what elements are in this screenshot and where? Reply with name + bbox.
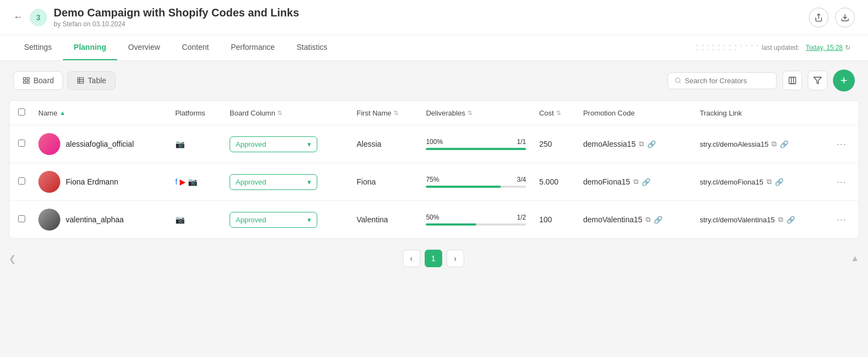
tracking-link-cell: stry.cl/demoFiona15 ⧉ 🔗 [693,163,830,201]
select-all-checkbox[interactable] [18,108,25,116]
search-input[interactable] [685,77,770,85]
promo-code-cell: demoValentina15 ⧉ 🔗 [576,201,693,239]
promo-link-button[interactable]: 🔗 [647,140,656,148]
tracking-link-cell: stry.cl/demoValentina15 ⧉ 🔗 [693,201,830,239]
tab-statistics[interactable]: Statistics [285,35,338,60]
th-name: Name ▲ [32,101,169,125]
creators-table: Name ▲ Platforms Board Column ⇅ First [9,101,859,238]
table-icon [77,77,84,84]
tab-planning[interactable]: Planning [63,35,117,60]
tracking-link-button[interactable]: 🔗 [786,216,795,224]
promo-copy-button[interactable]: ⧉ [646,215,650,224]
columns-toggle-button[interactable] [783,71,802,90]
tracking-link-button[interactable]: 🔗 [775,178,784,186]
promo-link-button[interactable]: 🔗 [642,178,650,186]
th-board-column: Board Column ⇅ [223,101,350,125]
table-container: Name ▲ Platforms Board Column ⇅ First [9,100,859,239]
svg-rect-3 [27,81,29,83]
progress-bar-bg [426,148,526,150]
add-creator-button[interactable]: + [833,70,855,91]
promo-code-cell: demoAlessia15 ⧉ 🔗 [576,125,693,163]
status-approved-badge[interactable]: Approved ▾ [230,174,317,190]
row-checkbox-cell [9,125,32,163]
current-page-button[interactable]: 1 [425,250,442,267]
download-button[interactable] [835,8,855,27]
youtube-icon: ▶ [180,177,186,186]
cost-cell: 250 [533,125,576,163]
row-more-cell: ⋯ [830,125,859,163]
tracking-link-button[interactable]: 🔗 [780,140,789,148]
scroll-left-button[interactable]: ❮ [9,254,16,264]
row-more-button[interactable]: ⋯ [836,138,846,150]
row-more-button[interactable]: ⋯ [836,214,846,226]
platforms-cell: f ▶ 📷 [169,163,223,201]
tab-content[interactable]: Content [171,35,220,60]
toolbar: Board Table + [0,61,868,100]
th-first-name: First Name ⇅ [350,101,420,125]
row-more-button[interactable]: ⋯ [836,176,846,188]
next-page-button[interactable]: › [447,250,464,267]
promo-link-button[interactable]: 🔗 [654,216,663,224]
th-checkbox [9,101,32,125]
platforms-cell: 📷 [169,201,223,239]
cost-sort-icon[interactable]: ⇅ [556,110,561,117]
status-approved-badge[interactable]: Approved ▾ [230,212,317,228]
progress-percent: 75% [426,176,439,183]
instagram-icon: 📷 [175,140,185,148]
chevron-down-icon: ▾ [307,178,311,186]
top-bar-right [809,8,855,27]
board-view-button[interactable]: Board [13,71,63,90]
status-approved-badge[interactable]: Approved ▾ [230,136,317,152]
promo-copy-button[interactable]: ⧉ [633,177,638,186]
filter-button[interactable] [808,71,827,90]
prev-page-button[interactable]: ‹ [403,250,420,267]
row-checkbox[interactable] [18,215,25,222]
share-button[interactable] [809,8,829,27]
board-icon [22,77,30,84]
table-view-button[interactable]: Table [67,71,115,90]
first-name-cell: Valentina [350,201,420,239]
name-sort-icon[interactable]: ▲ [60,110,66,116]
last-updated-time[interactable]: Today, 15:28 [806,44,843,51]
search-icon [675,77,682,84]
svg-rect-4 [78,78,84,84]
progress-percent: 100% [426,138,443,146]
board-label: Board [33,76,54,85]
svg-rect-1 [27,78,29,80]
creator-name-cell: alessiafoglia_official [32,125,169,163]
row-checkbox[interactable] [18,177,25,185]
row-checkbox[interactable] [18,140,25,147]
collapse-button[interactable]: ▲ [850,254,859,263]
promo-code-text: demoAlessia15 [583,140,636,148]
progress-fraction: 3/4 [517,176,526,183]
creator-username: alessiafoglia_official [66,140,134,148]
back-button[interactable]: ← [13,11,23,23]
tab-overview[interactable]: Overview [117,35,171,60]
first-name-sort-icon[interactable]: ⇅ [393,110,398,117]
table-row: valentina_alphaa 📷 Approved ▾ [9,201,859,239]
deliverables-cell: 100% 1/1 [419,125,533,163]
deliverables-sort-icon[interactable]: ⇅ [467,110,472,117]
progress-bar-fill [426,186,501,188]
board-col-sort-icon[interactable]: ⇅ [277,110,282,117]
platforms-cell: 📷 [169,125,223,163]
th-platforms: Platforms [169,101,223,125]
view-toggle: Board Table [13,71,116,90]
tracking-copy-button[interactable]: ⧉ [778,215,783,224]
svg-rect-2 [24,81,26,83]
tracking-copy-button[interactable]: ⧉ [767,177,772,186]
deliverables-cell: 50% 1/2 [419,201,533,239]
refresh-icon[interactable]: ↻ [845,44,850,51]
pagination: ‹ 1 › [392,239,475,278]
th-tracking-link: Tracking Link [693,101,830,125]
promo-copy-button[interactable]: ⧉ [639,140,644,148]
progress-bar-fill [426,223,476,226]
tracking-copy-button[interactable]: ⧉ [772,140,776,148]
tab-settings[interactable]: Settings [13,35,63,60]
th-cost: Cost ⇅ [533,101,576,125]
avatar [38,133,60,155]
progress-bar-bg [426,223,526,226]
avatar [38,171,60,193]
tab-performance[interactable]: Performance [220,35,285,60]
promo-code-cell: demoFiona15 ⧉ 🔗 [576,163,693,201]
